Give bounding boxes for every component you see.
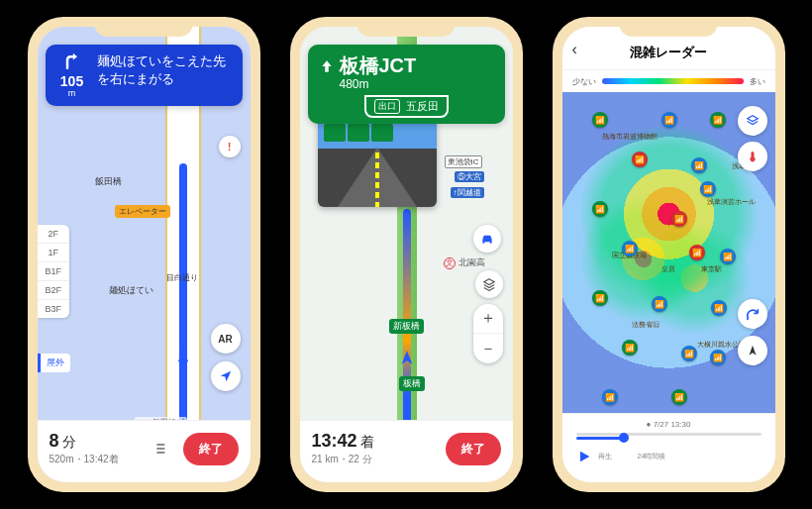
junction-distance: 480m xyxy=(340,77,493,91)
map-route-shield-kanetsu: ↑関越道 xyxy=(451,187,484,198)
notch xyxy=(94,17,193,37)
map-label: 熱海市岩波博物館 xyxy=(602,132,658,142)
poi-pin[interactable]: 📶 xyxy=(622,340,638,356)
map-route-shield-omiya: ⑤大宮 xyxy=(455,171,484,182)
exit-label: 出口 xyxy=(374,99,400,114)
map-label-itabashi: 板橋 xyxy=(399,376,425,391)
eta-info: 13:42 着 21 km・22 分 xyxy=(312,431,436,466)
junction-3d-view xyxy=(318,118,437,207)
route-steps-button[interactable] xyxy=(146,435,173,462)
svg-marker-2 xyxy=(749,346,756,356)
svg-marker-1 xyxy=(402,351,413,363)
floor-picker[interactable]: 2F 1F B1F B2F B3F xyxy=(38,225,70,318)
poi-pin[interactable]: 📶 xyxy=(691,157,707,173)
poi-pin[interactable]: 📶 xyxy=(632,152,648,167)
map-label: 浅草演芸ホール xyxy=(707,197,756,207)
lane-marking xyxy=(375,153,379,207)
map-label-poi: 麺処ほてい xyxy=(109,284,153,297)
poi-pin[interactable]: 📶 xyxy=(710,350,726,365)
screen-congestion-radar: ‹ 混雑レーダー 少ない 多い 熱海市岩波博物館 浅草 浅草演芸ホール 国立競技… xyxy=(562,27,775,482)
turn-instruction-banner: 105 m 麺処ほていをこえた先を右にまがる xyxy=(46,45,243,106)
poi-pin[interactable]: 📶 xyxy=(720,249,736,264)
poi-pin[interactable]: 📶 xyxy=(671,389,687,405)
poi-pin[interactable]: 📶 xyxy=(602,389,618,405)
phone-frame-2: 東池袋IC ⑤大宮 ↑関越道 新板橋 板橋 文 北園高 板橋JCT 480m 出… xyxy=(290,17,523,492)
zoom-out-button[interactable]: － xyxy=(473,334,503,363)
highway-sign-banner: 板橋JCT 480m 出口 五反田 xyxy=(308,45,505,124)
map-label: 皇居 xyxy=(661,264,675,274)
location-arrow-icon xyxy=(219,369,233,383)
map-label-station: 飯田橋 xyxy=(95,175,122,188)
poi-pin[interactable]: 📶 xyxy=(671,211,687,227)
time-slider[interactable] xyxy=(576,433,761,443)
map-label: 法務省旧 xyxy=(632,320,660,330)
floor-item[interactable]: B2F xyxy=(38,281,70,300)
play-label: 再生 xyxy=(598,452,612,461)
legend-gradient-bar xyxy=(602,78,744,84)
thermometer-button[interactable] xyxy=(738,142,767,171)
alert-button[interactable]: ! xyxy=(219,136,241,157)
poi-pin[interactable]: 📶 xyxy=(592,290,608,306)
screen-car-nav: 東池袋IC ⑤大宮 ↑関越道 新板橋 板橋 文 北園高 板橋JCT 480m 出… xyxy=(300,27,513,482)
poi-pin[interactable]: 📶 xyxy=(711,300,727,316)
congestion-legend: 少ない 多い xyxy=(562,70,775,92)
notch xyxy=(619,17,718,37)
poi-pin[interactable]: 📶 xyxy=(700,181,716,197)
map-label-elevator: エレベーター xyxy=(115,205,170,218)
poi-pin[interactable]: 📶 xyxy=(661,112,677,128)
legend-high: 多い xyxy=(750,76,765,87)
poi-pin[interactable]: 📶 xyxy=(592,112,608,128)
eta-line2: 21 km・22 分 xyxy=(312,453,436,466)
poi-pin[interactable]: 📶 xyxy=(689,245,705,260)
poi-pin[interactable]: 📶 xyxy=(652,296,667,312)
page-title: 混雑レーダー xyxy=(630,44,707,61)
floor-item[interactable]: 1F xyxy=(38,244,70,262)
poi-pin[interactable]: 📶 xyxy=(710,112,726,128)
svg-marker-0 xyxy=(177,349,188,361)
route-line xyxy=(179,163,187,437)
legend-low: 少ない xyxy=(572,76,596,87)
floor-item[interactable]: 2F xyxy=(38,225,70,244)
school-icon: 文 xyxy=(444,257,456,269)
end-navigation-button[interactable]: 終了 xyxy=(183,433,239,465)
phone-frame-1: 飯田橋 エレベーター 麺処ほてい 目白通り KDX飯田橋ビ 105 m 麺処ほて… xyxy=(28,17,260,492)
reload-icon xyxy=(745,306,761,322)
list-icon xyxy=(152,441,167,457)
back-button[interactable]: ‹ xyxy=(572,41,577,58)
zoom-in-button[interactable]: ＋ xyxy=(473,304,503,334)
bottom-bar: 8 分 520m・13:42着 終了 xyxy=(38,420,251,482)
floor-item[interactable]: B1F xyxy=(38,262,70,281)
ar-button[interactable]: AR xyxy=(211,324,241,354)
overhead-signs xyxy=(324,124,393,142)
locate-me-button[interactable] xyxy=(211,361,241,391)
phone-frame-3: ‹ 混雑レーダー 少ない 多い 熱海市岩波博物館 浅草 浅草演芸ホール 国立競技… xyxy=(553,17,785,492)
eta-info: 8 分 520m・13:42着 xyxy=(50,431,136,466)
layers-icon xyxy=(482,277,496,291)
layers-button[interactable] xyxy=(475,270,503,298)
heatmap-canvas[interactable]: 熱海市岩波博物館 浅草 浅草演芸ホール 国立競技場 皇居 東京駅 法務省旧 大横… xyxy=(562,92,775,413)
map-label: 東京駅 xyxy=(701,264,722,274)
turn-distance-unit: m xyxy=(68,88,76,98)
poi-pin[interactable]: 📶 xyxy=(681,346,697,361)
map-label-shinitabashi: 新板橋 xyxy=(389,319,424,334)
exit-destination: 五反田 xyxy=(406,99,439,114)
bottom-bar: 13:42 着 21 km・22 分 終了 xyxy=(300,420,513,482)
end-navigation-button[interactable]: 終了 xyxy=(446,433,501,465)
compass-button[interactable] xyxy=(738,336,767,365)
current-position-icon xyxy=(175,348,191,363)
floor-item[interactable]: B3F xyxy=(38,300,70,318)
timestamp-label: ● 7/27 13:30 xyxy=(576,420,761,429)
svg-marker-3 xyxy=(580,452,589,462)
play-button[interactable] xyxy=(576,449,592,464)
outdoor-tab[interactable]: 屋外 xyxy=(38,354,70,372)
reload-button[interactable] xyxy=(738,299,767,329)
poi-pin[interactable]: 📶 xyxy=(592,201,608,217)
layers-button[interactable] xyxy=(738,106,767,136)
eta-line2: 520m・13:42着 xyxy=(50,453,136,466)
exit-tag: 出口 五反田 xyxy=(364,95,449,118)
poi-pin[interactable]: 📶 xyxy=(622,241,638,256)
vehicle-mode-button[interactable] xyxy=(473,225,501,253)
map-label-street: 目白通り xyxy=(166,272,198,283)
thermometer-icon xyxy=(747,149,759,164)
map-expressway-badge: 東池袋IC xyxy=(445,155,482,168)
